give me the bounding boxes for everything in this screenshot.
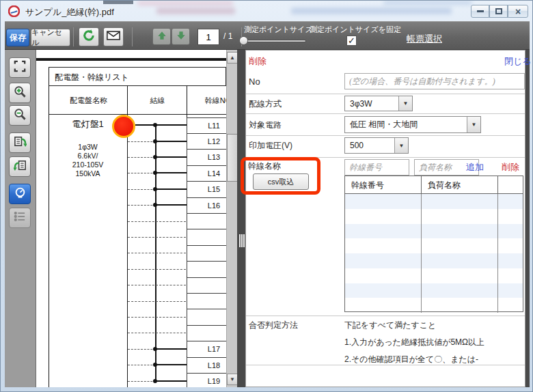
window-title: サンプル_絶縁(幹).pdf <box>25 6 114 18</box>
delete-row-link[interactable]: 削除 <box>502 161 519 173</box>
cancel-button[interactable]: キャンセル <box>31 29 70 46</box>
zoom-out-button[interactable] <box>9 105 31 126</box>
background-window-fragment <box>137 1 233 5</box>
trunk-table-col-extra <box>498 176 523 193</box>
close-button[interactable]: × <box>508 5 528 18</box>
background-text-blur <box>291 8 452 14</box>
page-number-input[interactable] <box>197 29 219 45</box>
form-select-link[interactable]: 帳票選択 <box>407 33 442 45</box>
wiring-dashed-line <box>128 205 156 206</box>
trunk-table-row[interactable] <box>345 283 523 298</box>
trunk-cell: L12 <box>187 133 226 149</box>
trunk-table-cell <box>498 283 523 298</box>
wiring-method-dropdown[interactable]: 3φ3W ▼ <box>344 96 413 111</box>
application-window: サンプル_絶縁(幹).pdf × 保存 キャンセル / 1 測定ポイントサイズ … <box>0 0 533 392</box>
trunk-table-row[interactable] <box>345 209 523 224</box>
toolbar-separator <box>132 27 133 46</box>
rotate-page-right-button[interactable] <box>9 132 31 153</box>
page-up-button[interactable] <box>152 28 171 45</box>
zoom-out-icon <box>14 108 27 124</box>
trunk-table-cell <box>422 224 498 239</box>
wiring-junction-dot <box>153 139 157 143</box>
applied-voltage-dropdown[interactable]: 500 ▼ <box>344 137 409 154</box>
trunk-table-cell <box>498 194 523 209</box>
measure-tool-button[interactable] <box>9 184 31 204</box>
trunk-cell <box>187 309 226 324</box>
page-down-button[interactable] <box>172 28 190 45</box>
fix-point-size-checkbox[interactable]: ✓ <box>346 36 357 46</box>
trunk-table-row[interactable] <box>345 238 523 253</box>
trunk-table-col-load: 負荷名称 <box>422 176 498 193</box>
scroll-up-button[interactable]: ▲ <box>227 52 238 64</box>
wiring-dashed-line <box>128 253 186 253</box>
pdf-vertical-scrollbar[interactable]: ▲ ▼ <box>226 50 237 387</box>
trunk-cell <box>187 213 226 229</box>
rotate-page-left-button[interactable] <box>9 156 31 177</box>
trunk-table-cell <box>422 194 498 209</box>
zoom-in-icon <box>14 85 27 101</box>
trunk-number-input[interactable] <box>344 159 409 176</box>
wiring-dashed-line <box>128 237 186 238</box>
pdf-page-view[interactable]: 配電盤・幹線リスト 配電盤名称 結線 幹線NO 電灯盤1 1φ3W6.6kV/2… <box>36 50 226 387</box>
scroll-down-button[interactable]: ▼ <box>227 374 238 385</box>
toolbar: 保存 キャンセル / 1 測定ポイントサイズ 測定ポイントサイズを固定 ✓ 帳票… <box>5 21 530 50</box>
mail-button[interactable] <box>103 27 124 46</box>
wiring-junction-dot <box>153 347 157 351</box>
background-window-fragment <box>383 1 472 5</box>
zoom-in-button[interactable] <box>9 83 31 103</box>
trunk-table-cell <box>345 238 422 253</box>
trunk-table-cell <box>345 268 422 283</box>
maximize-button[interactable] <box>489 5 508 18</box>
triangle-down-icon: ▼ <box>230 376 235 382</box>
minimize-button[interactable] <box>471 5 489 18</box>
refresh-button[interactable] <box>79 27 99 46</box>
wiring-method-value: 3φ3W <box>345 99 398 109</box>
wiring-solid-line <box>156 348 187 350</box>
wiring-dashed-line <box>128 381 156 382</box>
wiring-method-label: 配線方式 <box>249 98 282 110</box>
splitter-grip <box>239 234 241 247</box>
trunk-table-row[interactable] <box>345 268 523 283</box>
trunk-table-row[interactable] <box>345 224 523 239</box>
rotate-left-icon <box>14 159 27 175</box>
wiring-solid-line <box>156 188 187 190</box>
list-view-button[interactable] <box>9 208 31 228</box>
add-link[interactable]: 追加 <box>466 161 484 173</box>
csv-import-button[interactable]: csv取込 <box>253 173 309 190</box>
fit-page-button[interactable] <box>9 57 31 78</box>
trunk-table-cell <box>498 298 523 313</box>
trunk-table-row[interactable] <box>345 253 523 268</box>
save-button[interactable]: 保存 <box>6 29 29 46</box>
trunk-table: 幹線番号 負荷名称 <box>344 176 523 312</box>
judge-line-2: 1.入力があった絶縁抵抗値が5MΩ以上 <box>344 337 484 348</box>
wiring-solid-line <box>156 141 187 142</box>
no-input[interactable] <box>344 73 525 89</box>
scrollbar-thumb[interactable] <box>227 134 238 182</box>
divider <box>246 94 525 94</box>
trunk-table-row[interactable] <box>345 194 523 209</box>
wiring-dashed-line <box>128 221 186 222</box>
panel-splitter[interactable] <box>237 50 245 387</box>
dropdown-arrow-icon: ▼ <box>394 138 408 153</box>
splitter-grip <box>243 234 245 247</box>
point-size-slider-track[interactable] <box>242 40 306 42</box>
wiring-solid-line <box>156 380 187 382</box>
mail-icon <box>107 31 120 43</box>
target-circuit-dropdown[interactable]: 低圧 相間・大地間 ▼ <box>344 116 481 133</box>
applied-voltage-value: 500 <box>345 141 394 150</box>
close-panel-link[interactable]: 閉じる <box>504 55 532 68</box>
splitter-grip <box>241 234 243 247</box>
trunk-table-cell <box>422 209 498 224</box>
trunk-table-row[interactable] <box>345 298 523 313</box>
measurement-point-marker[interactable] <box>112 115 135 138</box>
trunk-table-cell <box>345 209 422 224</box>
trunk-cell: L18 <box>187 357 226 373</box>
dropdown-arrow-icon: ▼ <box>398 96 412 111</box>
pdf-rows: L11L12L13L14L15L16L17L18L19 <box>36 50 226 387</box>
fit-screen-icon <box>14 60 26 75</box>
trunk-table-cell <box>345 253 422 268</box>
trunk-cell <box>187 261 226 277</box>
delete-link[interactable]: 削除 <box>249 55 266 68</box>
point-size-slider-knob[interactable] <box>239 36 248 45</box>
trunk-table-cell <box>422 283 498 298</box>
